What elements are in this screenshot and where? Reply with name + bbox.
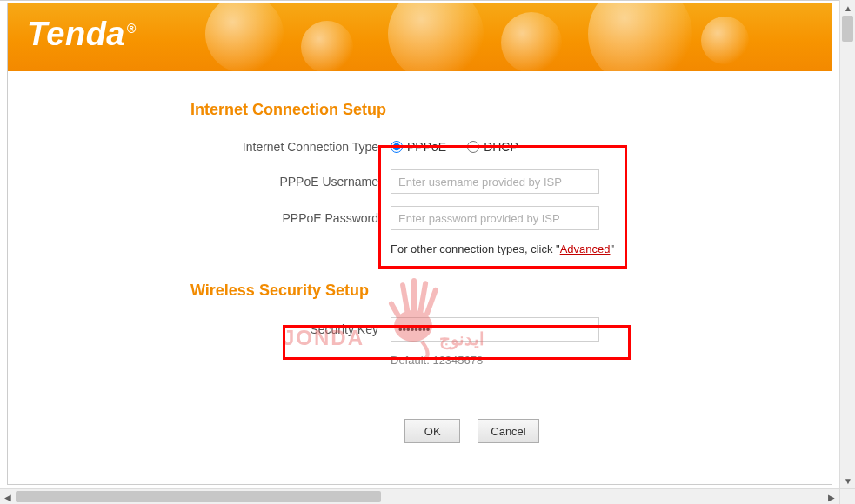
section-title-wireless: Wireless Security Setup (190, 282, 814, 300)
scroll-right-icon[interactable]: ▶ (824, 489, 839, 504)
header-banner: Tenda® (8, 3, 832, 71)
scrollbar-corner (839, 488, 855, 504)
horizontal-scrollbar[interactable]: ◀ ▶ (0, 488, 839, 504)
vertical-scrollbar[interactable]: ▲ ▼ (839, 0, 855, 488)
scroll-left-icon[interactable]: ◀ (0, 489, 16, 504)
default-key-hint: Default: 12345678 (391, 354, 814, 367)
scroll-down-icon[interactable]: ▼ (840, 473, 855, 488)
radio-dhcp-input[interactable] (467, 141, 479, 153)
advanced-link[interactable]: Advanced (560, 242, 611, 255)
page-container: Tenda® JONDA اي (7, 3, 832, 485)
ok-button[interactable]: OK (404, 419, 460, 443)
scroll-up-icon[interactable]: ▲ (840, 0, 855, 16)
brand-registered: ® (127, 22, 137, 36)
cancel-button[interactable]: Cancel (478, 419, 538, 443)
radio-dhcp-label: DHCP (484, 140, 518, 154)
label-security-key: Security Key (25, 322, 391, 336)
hint-prefix: For other connection types, click " (391, 242, 560, 255)
label-pppoe-username: PPPoE Username (25, 175, 391, 189)
radio-dhcp[interactable]: DHCP (467, 140, 518, 154)
brand-name: Tenda (27, 16, 125, 52)
brand-logo: Tenda® (27, 16, 137, 53)
security-key-input[interactable] (391, 317, 599, 342)
vertical-scroll-thumb[interactable] (842, 16, 853, 42)
hint-suffix: " (610, 242, 614, 255)
pppoe-password-input[interactable] (391, 206, 599, 230)
pppoe-username-input[interactable] (391, 169, 599, 194)
advanced-hint: For other connection types, click "Advan… (391, 242, 614, 255)
radio-pppoe[interactable]: PPPoE (391, 140, 446, 154)
label-connection-type: Internet Connection Type (25, 140, 391, 154)
radio-pppoe-label: PPPoE (407, 140, 446, 154)
content-area: JONDA ايدنوج Internet Connection Setup I… (8, 71, 832, 443)
section-title-internet: Internet Connection Setup (190, 101, 814, 119)
horizontal-scroll-thumb[interactable] (16, 491, 381, 502)
radio-pppoe-input[interactable] (391, 141, 403, 153)
label-pppoe-password: PPPoE Password (25, 211, 391, 225)
